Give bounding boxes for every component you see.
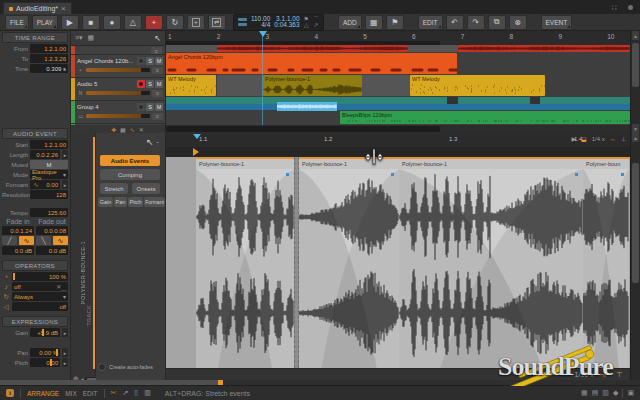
fade-out-value[interactable]: 0.0.0.08 [36, 226, 68, 235]
view-arrange[interactable]: ARRANGE [27, 390, 59, 397]
stop-button[interactable]: ■ [82, 15, 100, 30]
view-mix[interactable]: MIX [65, 390, 77, 397]
audio-event-4[interactable]: Polymer-boun [583, 157, 629, 368]
layout-grid-icon[interactable]: ▦ [88, 34, 95, 42]
inspector-icon[interactable]: ▤ [592, 389, 599, 397]
editor-pointer-tool-icon[interactable]: ↖ · [146, 137, 159, 147]
panel-right-icon[interactable]: ▥ [144, 389, 151, 397]
stretch-button[interactable]: Stretch [100, 183, 128, 194]
play-button[interactable]: ▶ [61, 15, 79, 30]
save-icon-button[interactable]: ▦ [365, 15, 383, 30]
device-icon[interactable]: ▥ [602, 389, 609, 397]
flag-icon-button[interactable]: ⚑ [386, 15, 404, 30]
create-auto-fades-toggle[interactable]: Create auto-fades [98, 363, 153, 371]
from-value[interactable]: 1.2.1.00 [30, 44, 68, 53]
mute-button[interactable]: M [155, 80, 163, 88]
consolidate-icon[interactable]: ✚ [111, 126, 116, 133]
info-icon[interactable]: i [6, 389, 14, 397]
loop-start-flag[interactable] [193, 148, 199, 156]
audio-events-button[interactable]: Audio Events [100, 155, 160, 166]
undo-button[interactable]: ↶ [446, 15, 464, 30]
scroll-up-arrow[interactable]: ▲ [632, 31, 639, 40]
audio-event-3[interactable]: Polymer-bounce-1 [399, 157, 583, 368]
close-tab-icon[interactable]: × [61, 4, 66, 13]
track-row-collapsed[interactable]: ≡ [71, 46, 165, 55]
record-arm-button[interactable] [137, 57, 145, 65]
mute-button[interactable]: M [155, 57, 163, 65]
overdub-toggle-button[interactable]: + [187, 15, 205, 30]
pan-spinner[interactable]: ▸ [62, 348, 68, 357]
fade-in-curve-button[interactable]: ∿ [19, 236, 34, 245]
browser-icon[interactable]: ▦ [581, 389, 588, 397]
mode-select[interactable]: Elastique Pro▾ [30, 170, 68, 179]
follow-icons[interactable]: ⚑△ [304, 16, 309, 28]
fade-out-curve-button[interactable]: ∿ [53, 236, 68, 245]
expand-meter-box[interactable]: ≡ [152, 67, 163, 74]
record-arm-button[interactable] [137, 80, 145, 88]
grid-adapt-icon[interactable]: ⊤ [616, 371, 622, 379]
length-spinner[interactable]: ▸ [62, 150, 68, 159]
formant-spinner[interactable]: ▸ [62, 180, 68, 189]
track-row-group-4[interactable]: Group 4SM▭≡ [71, 101, 165, 124]
cut-tool-icon[interactable]: ✂ [111, 389, 117, 397]
arranger-lane-4[interactable]: BleepsBlips 120bpm [166, 111, 630, 126]
track-scope-tab[interactable]: TRACK [86, 305, 92, 326]
play-menu-button[interactable]: PLAY [32, 15, 58, 30]
pan-chip-button[interactable]: Pan [114, 197, 127, 207]
waveform-area[interactable]: Polymer-bounce-1Polymer-bounce-1Polymer-… [166, 157, 630, 368]
to-value[interactable]: 1.2.3.26 [30, 54, 68, 63]
fade-out-linear-button[interactable]: ╲ [36, 236, 51, 245]
length-value[interactable]: 0.0.2.26 [30, 150, 60, 159]
pitch-spinner[interactable]: ▸ [62, 358, 68, 367]
audio-event-2[interactable]: Polymer-bounce-1 [299, 157, 399, 368]
track-row-angel-chords-120b-[interactable]: Angel Chords 120b...SM▪≡ [71, 55, 165, 78]
event-menu-button[interactable]: EVENT [541, 15, 573, 30]
arranger-lane-2[interactable]: WT MelodyPolymer-bounce-1WT Melody [166, 75, 630, 98]
audio-event-1[interactable]: Polymer-bounce-1 [196, 157, 294, 368]
copy-button[interactable]: ⧉ [488, 15, 506, 30]
launcher-icon[interactable]: ▭ [77, 113, 84, 119]
clip-wt-melody[interactable]: WT Melody [410, 75, 545, 96]
redo-button[interactable]: ↷ [467, 15, 485, 30]
formant-chip-button[interactable]: Formant [144, 197, 165, 207]
chance-value[interactable]: 100 % [12, 272, 68, 281]
gain-spinner[interactable]: ▸ [62, 328, 68, 337]
volume-fader[interactable] [86, 114, 150, 118]
grid-snap-icon[interactable]: ⊣⊢ [599, 371, 611, 379]
metronome-button[interactable]: △ [124, 15, 142, 30]
resolution-value[interactable]: 128 [30, 190, 68, 199]
loop-button[interactable]: ↻ [166, 15, 184, 30]
fade-out-db-value[interactable]: 0.0 dB [36, 246, 68, 255]
fade-in-value[interactable]: 0.0.1.24 [2, 226, 34, 235]
arranger-playhead-flag[interactable] [259, 31, 267, 37]
fade-in-linear-button[interactable]: ╱ [2, 236, 17, 245]
stretch-icon[interactable]: ∿ [130, 126, 135, 133]
solo-button[interactable]: S [146, 57, 154, 65]
volume-fader[interactable] [86, 68, 150, 72]
track-menu-icon[interactable]: ≡▾ [75, 34, 83, 42]
gain-value[interactable]: +5.9 dB [30, 328, 60, 337]
event-tempo-value[interactable]: 125.60 [30, 208, 68, 217]
pan-value[interactable]: 0.00 % [30, 348, 60, 357]
clip-polymer-bounce-1[interactable]: Polymer-bounce-1 [263, 75, 362, 96]
pitch-value[interactable]: 0.00 [30, 358, 60, 367]
arranger-lane-1[interactable]: Angel Chords 120bpm [166, 53, 630, 76]
pointer-tool-icon[interactable]: ↖ [154, 34, 161, 43]
detail-editor[interactable]: ▶ ⬓ 1/4 x ↔ ⊥ 1.11.21.31.4 Polymer-bounc… [166, 133, 630, 380]
fade-in-db-value[interactable]: 0.0 dB [2, 246, 34, 255]
solo-button[interactable]: S [146, 80, 154, 88]
scroll-up-arrow[interactable]: ▲ [632, 133, 639, 142]
arranger-horizontal-scrollbar[interactable] [166, 125, 630, 133]
file-menu-button[interactable]: FILE [5, 15, 29, 30]
record-arm-button[interactable] [137, 103, 145, 111]
volume-fader[interactable] [86, 91, 150, 95]
clip-bleepsblips-120bpm[interactable]: BleepsBlips 120bpm [340, 111, 630, 124]
editor-vertical-scrollbar[interactable]: ▲ [630, 133, 640, 380]
transport-display[interactable]: 110.00 4/4 3.1.1.00 0:04.363 ⚑△ ⌒↗ [233, 14, 324, 31]
launcher-icon[interactable]: ▪ [77, 67, 84, 73]
scroll-down-arrow[interactable]: ▼ [632, 124, 639, 133]
export-arrow-icon[interactable]: ↗ [122, 389, 128, 397]
start-value[interactable]: 1.2.1.00 [30, 140, 68, 149]
record-button[interactable]: ● [103, 15, 121, 30]
edit-menu-button[interactable]: EDIT [418, 15, 443, 30]
